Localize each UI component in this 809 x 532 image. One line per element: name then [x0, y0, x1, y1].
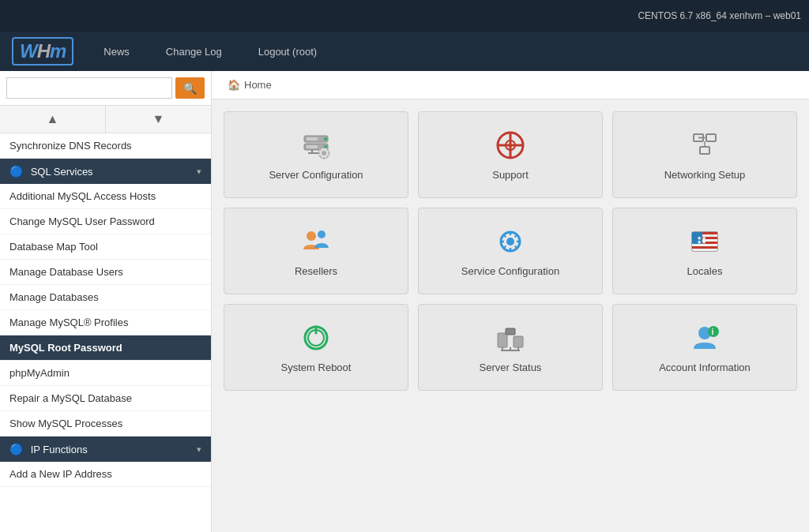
- sidebar-item-8[interactable]: MySQL Root Password: [0, 335, 211, 361]
- svg-rect-13: [706, 134, 716, 141]
- card-icon-server-config: [300, 129, 332, 161]
- svg-point-18: [307, 231, 316, 241]
- svg-text:★★: ★★: [697, 239, 706, 245]
- svg-point-19: [318, 230, 325, 238]
- nav-down-button[interactable]: ▼: [106, 106, 211, 133]
- sidebar-item-0[interactable]: Synchronize DNS Records: [0, 133, 211, 159]
- card-label-support: Support: [492, 169, 529, 181]
- search-icon: 🔍: [183, 82, 197, 95]
- sidebar-section-label: SQL Services: [31, 166, 93, 178]
- svg-rect-5: [307, 145, 318, 148]
- card-icon-system-reboot: [300, 322, 332, 354]
- svg-rect-4: [307, 137, 318, 140]
- card-label-system-reboot: System Reboot: [281, 362, 352, 373]
- search-input[interactable]: [6, 77, 172, 99]
- card-label-resellers: Resellers: [295, 265, 337, 277]
- up-arrow-icon: ▲: [47, 112, 59, 126]
- chevron-icon: ▾: [197, 444, 201, 455]
- card-label-networking: Networking Setup: [664, 169, 746, 181]
- card-account-info[interactable]: i Account Information: [612, 304, 797, 391]
- card-grid: Server Configuration Support Networking …: [212, 99, 809, 403]
- card-networking[interactable]: Networking Setup: [612, 111, 797, 198]
- svg-point-7: [322, 151, 326, 155]
- card-icon-service-config: [495, 226, 526, 257]
- nav-arrows: ▲ ▼: [0, 106, 211, 133]
- sidebar-content: Synchronize DNS Records 🔵 SQL Services ▾…: [0, 133, 211, 532]
- card-icon-networking: [689, 129, 721, 161]
- card-label-server-status: Server Status: [480, 362, 542, 373]
- topbar: CENTOS 6.7 x86_64 xenhvm – web01: [0, 0, 809, 32]
- main-content: 🏠 Home Server Configuration Support: [212, 71, 809, 532]
- card-icon-account-info: i: [689, 322, 721, 354]
- card-icon-support: [495, 129, 526, 161]
- card-locales[interactable]: ★★ ★★ Locales: [612, 208, 797, 294]
- svg-rect-35: [506, 328, 515, 335]
- search-bar: 🔍: [0, 71, 211, 106]
- card-system-reboot[interactable]: System Reboot: [224, 304, 408, 391]
- svg-text:i: i: [712, 328, 714, 336]
- sidebar-item-13[interactable]: Add a New IP Address: [0, 462, 211, 487]
- layout: 🔍 ▲ ▼ Synchronize DNS Records 🔵 SQL Serv…: [0, 71, 809, 532]
- card-label-server-config: Server Configuration: [269, 169, 363, 181]
- card-icon-server-status: [495, 322, 526, 354]
- header: WHm News Change Log Logout (root): [0, 32, 809, 71]
- sidebar-section-label: IP Functions: [31, 444, 88, 455]
- logo: WHm: [12, 37, 73, 66]
- nav-logout[interactable]: Logout (root): [252, 42, 323, 62]
- svg-rect-36: [514, 336, 523, 347]
- card-label-service-config: Service Configuration: [461, 265, 559, 277]
- card-icon-locales: ★★ ★★: [689, 226, 721, 257]
- sidebar-item-9[interactable]: phpMyAdmin: [0, 361, 211, 386]
- down-arrow-icon: ▼: [152, 112, 165, 126]
- card-server-config[interactable]: Server Configuration: [224, 111, 408, 198]
- sidebar-section-sql-services[interactable]: 🔵 SQL Services ▾: [0, 159, 211, 184]
- home-icon: 🏠: [228, 79, 240, 91]
- svg-rect-34: [498, 333, 507, 347]
- nav-changelog[interactable]: Change Log: [160, 42, 228, 62]
- sidebar-item-3[interactable]: Change MySQL User Password: [0, 209, 211, 234]
- section-icon: 🔵: [9, 443, 23, 455]
- chevron-icon: ▾: [197, 167, 201, 177]
- breadcrumb: 🏠 Home: [212, 71, 809, 99]
- sidebar-section-ip-functions[interactable]: 🔵 IP Functions ▾: [0, 436, 211, 462]
- nav-news[interactable]: News: [97, 42, 136, 62]
- card-service-config[interactable]: Service Configuration: [418, 208, 603, 294]
- topbar-system-info: CENTOS 6.7 x86_64 xenhvm – web01: [638, 10, 801, 21]
- breadcrumb-label: Home: [244, 79, 272, 91]
- sidebar-item-7[interactable]: Manage MySQL® Profiles: [0, 310, 211, 335]
- sidebar-item-10[interactable]: Repair a MySQL Database: [0, 386, 211, 411]
- search-button[interactable]: 🔍: [175, 77, 205, 99]
- card-support[interactable]: Support: [418, 111, 603, 198]
- sidebar-item-5[interactable]: Manage Database Users: [0, 260, 211, 285]
- card-icon-resellers: [300, 226, 332, 257]
- sidebar-item-6[interactable]: Manage Databases: [0, 285, 211, 310]
- svg-rect-14: [700, 147, 709, 154]
- section-icon: 🔵: [9, 165, 23, 178]
- card-label-locales: Locales: [687, 265, 723, 277]
- card-label-account-info: Account Information: [659, 362, 751, 373]
- card-server-status[interactable]: Server Status: [418, 304, 603, 391]
- sidebar-item-2[interactable]: Additional MySQL Access Hosts: [0, 184, 211, 209]
- card-resellers[interactable]: Resellers: [224, 208, 408, 294]
- sidebar-item-11[interactable]: Show MySQL Processes: [0, 411, 211, 436]
- svg-rect-27: [692, 246, 717, 249]
- sidebar: 🔍 ▲ ▼ Synchronize DNS Records 🔵 SQL Serv…: [0, 71, 212, 532]
- nav-up-button[interactable]: ▲: [0, 106, 106, 133]
- svg-point-2: [324, 137, 327, 140]
- svg-point-21: [506, 238, 514, 245]
- sidebar-item-4[interactable]: Database Map Tool: [0, 234, 211, 260]
